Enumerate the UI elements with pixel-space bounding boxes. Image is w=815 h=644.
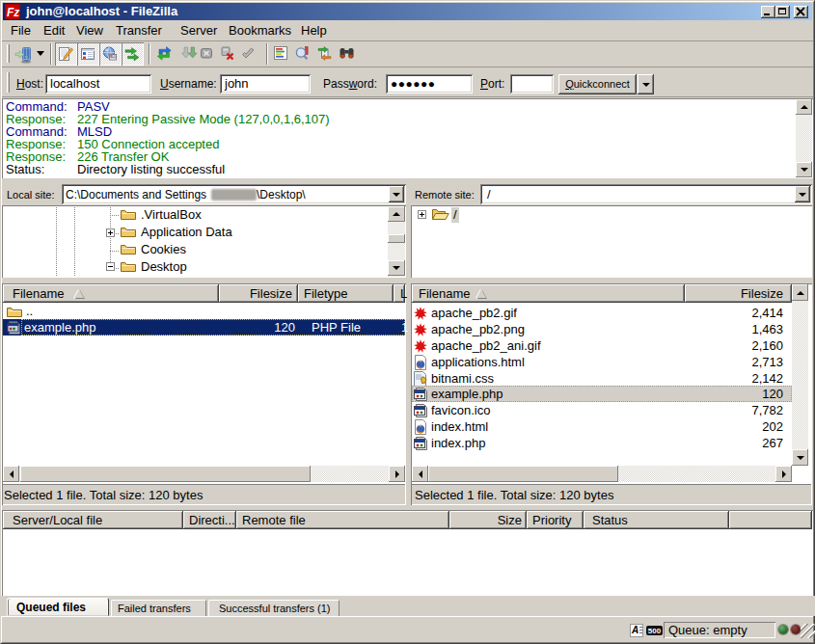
svg-text:Fz: Fz — [7, 6, 19, 19]
